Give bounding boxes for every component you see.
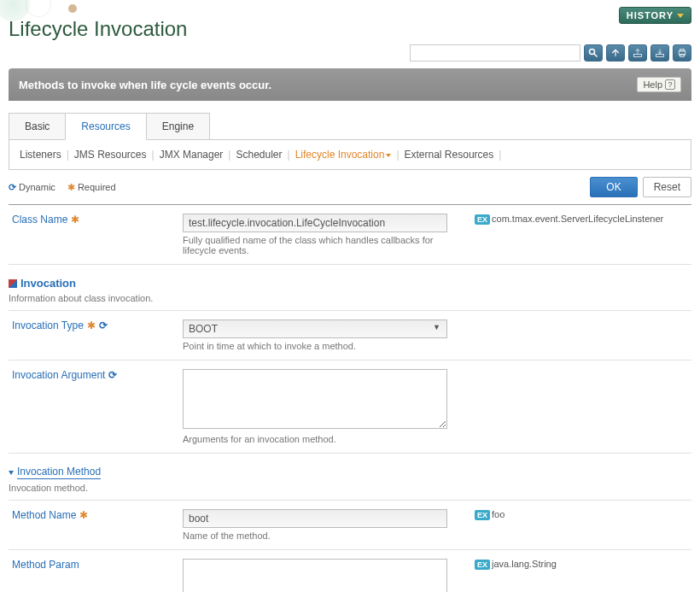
helper-class-name: Fully qualified name of the class which … <box>183 235 466 255</box>
download-icon <box>655 48 665 58</box>
tab-engine[interactable]: Engine <box>146 113 210 139</box>
invocation-type-select[interactable]: BOOT <box>183 319 447 338</box>
svg-rect-2 <box>634 55 642 57</box>
upload-icon <box>633 48 643 58</box>
search-icon <box>588 48 598 58</box>
section-invocation-title: Invocation <box>9 277 691 290</box>
tab-basic[interactable]: Basic <box>9 113 66 139</box>
required-icon: ✱ <box>71 214 79 226</box>
dynamic-legend: ⟳ Dynamic <box>9 182 55 193</box>
history-button[interactable]: HISTORY <box>619 7 691 24</box>
chevron-down-icon <box>386 154 391 157</box>
help-icon: ? <box>665 79 675 90</box>
helper-method-name: Name of the method. <box>183 530 466 541</box>
required-icon: ✱ <box>67 182 75 192</box>
print-button[interactable] <box>673 44 691 62</box>
example-method-name: EXfoo <box>475 509 688 520</box>
print-icon <box>677 48 687 58</box>
subtab-listeners[interactable]: Listeners <box>20 149 61 161</box>
secondary-tabs: Listeners| JMS Resources| JMX Manager| S… <box>9 140 691 170</box>
required-legend: ✱ Required <box>67 182 116 193</box>
row-invocation-argument: Invocation Argument ⟳ Arguments for an i… <box>9 360 691 454</box>
class-name-input[interactable] <box>183 214 447 232</box>
row-class-name: Class Name ✱ Fully qualified name of the… <box>9 205 691 265</box>
subtab-jms-resources[interactable]: JMS Resources <box>74 149 147 161</box>
xml-download-button[interactable] <box>650 44 669 62</box>
subtab-jmx-manager[interactable]: JMX Manager <box>160 149 224 161</box>
primary-tabs: Basic Resources Engine <box>9 113 691 140</box>
subtab-lifecycle-invocation[interactable]: Lifecycle Invocation <box>295 149 392 161</box>
search-icon-button[interactable] <box>584 44 603 62</box>
export-icon <box>610 48 621 58</box>
label-method-name: Method Name ✱ <box>12 509 174 521</box>
export-button[interactable] <box>606 44 625 62</box>
legend: ⟳ Dynamic ✱ Required <box>9 182 116 193</box>
banner-text: Methods to invoke when life cycle events… <box>19 79 271 91</box>
helper-invocation-argument: Arguments for an invocation method. <box>183 434 466 444</box>
history-label: HISTORY <box>627 10 674 21</box>
banner: Methods to invoke when life cycle events… <box>9 68 691 101</box>
label-invocation-type: Invocation Type ✱ ⟳ <box>12 319 174 331</box>
decorative-bubbles <box>0 0 102 34</box>
section-icon <box>9 279 17 288</box>
example-class-name: EXcom.tmax.event.ServerLifecycleLinstene… <box>475 214 688 225</box>
row-invocation-type: Invocation Type ✱ ⟳ BOOT Point in time a… <box>9 311 691 360</box>
label-invocation-argument: Invocation Argument ⟳ <box>12 369 174 381</box>
label-method-param: Method Param <box>12 559 174 571</box>
section-invocation-desc: Information about class invocation. <box>9 293 691 311</box>
subsection-invocation-method[interactable]: Invocation Method <box>9 466 691 479</box>
svg-line-1 <box>594 54 598 57</box>
svg-rect-5 <box>680 50 685 51</box>
reset-button[interactable]: Reset <box>643 177 691 197</box>
required-icon: ✱ <box>79 509 88 521</box>
ex-badge: EX <box>475 214 490 225</box>
invocation-argument-textarea[interactable] <box>183 369 447 429</box>
help-button[interactable]: Help ? <box>637 77 681 92</box>
caret-down-icon <box>9 471 14 475</box>
ex-badge: EX <box>475 510 490 520</box>
refresh-icon: ⟳ <box>108 369 117 381</box>
row-method-param: Method Param Fully qualified name of a m… <box>9 550 691 592</box>
label-class-name: Class Name ✱ <box>12 214 174 226</box>
helper-invocation-type: Point in time at which to invoke a metho… <box>183 341 466 351</box>
search-input[interactable] <box>410 44 580 62</box>
chevron-down-icon <box>677 14 684 18</box>
xml-upload-button[interactable] <box>628 44 647 62</box>
example-method-param: EXjava.lang.String <box>475 559 688 570</box>
svg-point-0 <box>590 50 595 55</box>
ok-button[interactable]: OK <box>590 177 637 197</box>
refresh-icon: ⟳ <box>9 182 16 193</box>
refresh-icon: ⟳ <box>99 319 108 331</box>
subtab-external-resources[interactable]: External Resources <box>405 149 494 161</box>
svg-rect-3 <box>656 55 664 57</box>
required-icon: ✱ <box>87 319 96 331</box>
method-param-textarea[interactable] <box>183 559 447 592</box>
row-method-name: Method Name ✱ Name of the method. EXfoo <box>9 501 691 550</box>
subsection-invocation-method-desc: Invocation method. <box>9 483 691 501</box>
tab-resources[interactable]: Resources <box>65 113 146 140</box>
method-name-input[interactable] <box>183 509 447 528</box>
subtab-scheduler[interactable]: Scheduler <box>236 149 282 161</box>
ex-badge: EX <box>475 560 490 570</box>
